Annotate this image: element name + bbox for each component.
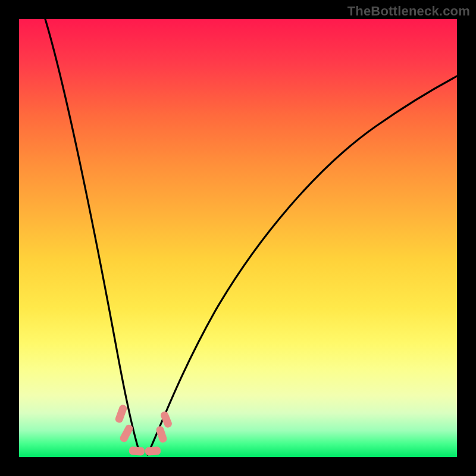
curve-svg (19, 19, 457, 457)
curve-left-branch (45, 19, 140, 453)
marker-bottom-left (129, 446, 145, 456)
curve-right-branch (148, 76, 457, 455)
plot-area (19, 19, 457, 457)
marker-bottom-right (145, 446, 161, 456)
chart-frame: TheBottleneck.com (0, 0, 476, 476)
watermark-text: TheBottleneck.com (347, 4, 470, 19)
